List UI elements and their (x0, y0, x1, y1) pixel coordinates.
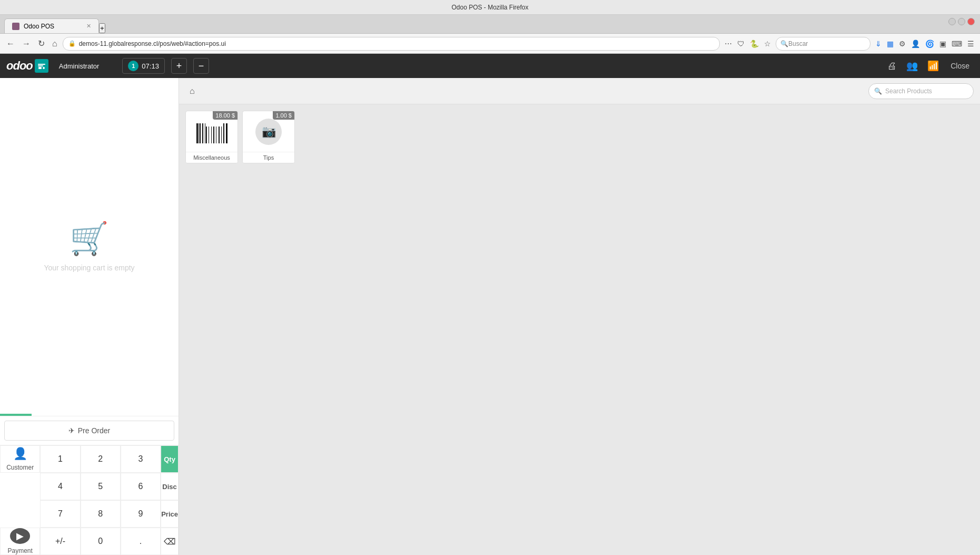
search-products-placeholder: Search Products (885, 87, 932, 95)
navbar-right: 🖨 👥 📶 Close (885, 59, 974, 73)
home-button[interactable]: ⌂ (50, 38, 60, 50)
key-5[interactable]: 5 (81, 473, 121, 500)
search-products-input[interactable]: 🔍 Search Products (868, 83, 974, 99)
browser-toolbar-right: ⇓ ▦ ⚙ 👤 🌀 ▣ ⌨ ☰ (874, 38, 976, 49)
team-button[interactable]: 👥 (904, 59, 920, 73)
browser-actions: ⋯ 🛡 🐍 ☆ (723, 38, 773, 49)
wifi-button[interactable]: 📶 (925, 59, 941, 73)
browser-tabbar: Odoo POS ✕ + (0, 15, 980, 34)
window-controls (948, 18, 975, 25)
navbar-timer-button[interactable]: 1 07:13 (122, 58, 165, 74)
address-text: demos-11.globalresponse.cl/pos/web/#acti… (79, 40, 226, 47)
product-card[interactable]: 1.00 $ 📷 Tips (242, 111, 295, 163)
customer-icon: 👤 (13, 447, 27, 461)
key-6[interactable]: 6 (121, 473, 161, 500)
key-backspace[interactable]: ⌫ (161, 528, 179, 555)
timer-text: 07:13 (142, 62, 159, 70)
page-title: Odoo POS - Mozilla Firefox (451, 4, 528, 11)
svg-point-0 (13, 24, 18, 29)
main-content: 🛒 Your shopping cart is empty ✈ Pre Orde… (0, 78, 980, 555)
key-4[interactable]: 4 (40, 473, 80, 500)
payment-icon: ▶ (10, 528, 30, 544)
key-0[interactable]: 0 (81, 528, 121, 555)
menu-icon[interactable]: ☰ (966, 38, 976, 49)
send-icon: ✈ (68, 426, 75, 435)
browser-titlebar: Odoo POS - Mozilla Firefox (0, 0, 980, 15)
minimize-button[interactable] (948, 18, 956, 25)
pos-close-button[interactable]: Close (946, 60, 974, 72)
address-bar[interactable]: 🔒 demos-11.globalresponse.cl/pos/web/#ac… (63, 37, 720, 51)
app-navbar: odoo Administrator 1 07:13 + − 🖨 👥 📶 Clo… (0, 54, 980, 78)
timer-badge: 1 (128, 61, 138, 71)
navbar-remove-order-button[interactable]: − (193, 58, 209, 74)
logo-text: odoo (6, 59, 33, 73)
lock-icon: 🔒 (68, 40, 76, 47)
maximize-button[interactable] (958, 18, 965, 25)
qty-button[interactable]: Qty (161, 445, 179, 473)
cart-icon: 🛒 (70, 220, 109, 257)
app-container: odoo Administrator 1 07:13 + − 🖨 👥 📶 Clo… (0, 54, 980, 555)
product-price-badge: 18.00 $ (213, 111, 237, 120)
more-options-icon[interactable]: ⋯ (723, 38, 734, 49)
price-button[interactable]: Price (161, 500, 179, 528)
python-icon: 🐍 (748, 38, 760, 49)
customer-button[interactable]: 👤 Customer (0, 445, 40, 473)
key-2[interactable]: 2 (81, 445, 121, 473)
key-3[interactable]: 3 (121, 445, 161, 473)
search-icon: 🔍 (780, 40, 788, 47)
tab-favicon (12, 23, 19, 30)
key-7[interactable]: 7 (40, 500, 80, 528)
preorder-label: Pre Order (78, 426, 110, 435)
key-9[interactable]: 9 (121, 500, 161, 528)
home-button[interactable]: ⌂ (185, 84, 199, 98)
cart-panel: 🛒 Your shopping cart is empty ✈ Pre Orde… (0, 78, 179, 555)
sidebar-icon[interactable]: ▣ (938, 38, 948, 49)
product-card[interactable]: 18.00 $ (185, 111, 238, 163)
new-tab-button[interactable]: + (99, 23, 105, 33)
download-icon[interactable]: ⇓ (874, 38, 883, 49)
forward-button[interactable]: → (20, 38, 33, 50)
products-panel: ⌂ 🔍 Search Products 18.00 $ (179, 78, 980, 555)
shield-icon[interactable]: 🛡 (736, 38, 746, 49)
product-price-badge: 1.00 $ (273, 111, 294, 120)
svg-point-4 (43, 67, 45, 69)
navbar-add-order-button[interactable]: + (171, 58, 187, 74)
key-plusminus[interactable]: +/- (40, 528, 80, 555)
cart-empty-state: 🛒 Your shopping cart is empty (0, 78, 179, 414)
svg-rect-1 (38, 64, 45, 65)
extensions-icon[interactable]: ⚙ (897, 38, 907, 49)
browser-addressbar: ← → ↻ ⌂ 🔒 demos-11.globalresponse.cl/pos… (0, 34, 980, 54)
bar-chart-icon[interactable]: ▦ (885, 38, 895, 49)
search-products-icon: 🔍 (874, 87, 882, 95)
back-button[interactable]: ← (4, 38, 17, 50)
split-icon[interactable]: ⌨ (950, 38, 964, 49)
cart-empty-text: Your shopping cart is empty (44, 264, 134, 272)
payment-button[interactable]: ▶ Payment (0, 528, 40, 555)
firefox-icon[interactable]: 🌀 (924, 38, 936, 49)
customer-label: Customer (6, 464, 34, 471)
key-8[interactable]: 8 (81, 500, 121, 528)
star-icon[interactable]: ☆ (763, 38, 773, 49)
browser-search-bar[interactable]: 🔍 Buscar (776, 37, 870, 51)
barcode-image (191, 120, 233, 143)
product-name: Miscellaneous (186, 152, 237, 163)
products-toolbar: ⌂ 🔍 Search Products (179, 78, 980, 104)
account-icon[interactable]: 👤 (909, 38, 922, 49)
close-window-button[interactable] (967, 18, 975, 25)
product-name: Tips (243, 152, 294, 163)
print-button[interactable]: 🖨 (885, 60, 899, 73)
key-dot[interactable]: . (121, 528, 161, 555)
tab-title: Odoo POS (24, 23, 54, 30)
svg-rect-2 (38, 65, 43, 66)
navbar-user: Administrator (59, 62, 100, 70)
search-placeholder: Buscar (788, 40, 808, 47)
key-1[interactable]: 1 (40, 445, 80, 473)
products-grid: 18.00 $ (179, 104, 980, 555)
disc-button[interactable]: Disc (161, 473, 179, 500)
reload-button[interactable]: ↻ (36, 37, 47, 50)
tab-close-button[interactable]: ✕ (86, 23, 91, 30)
barcode-bars (196, 122, 227, 143)
browser-tab[interactable]: Odoo POS ✕ (4, 18, 99, 33)
svg-rect-3 (38, 67, 42, 69)
preorder-button[interactable]: ✈ Pre Order (4, 421, 174, 441)
